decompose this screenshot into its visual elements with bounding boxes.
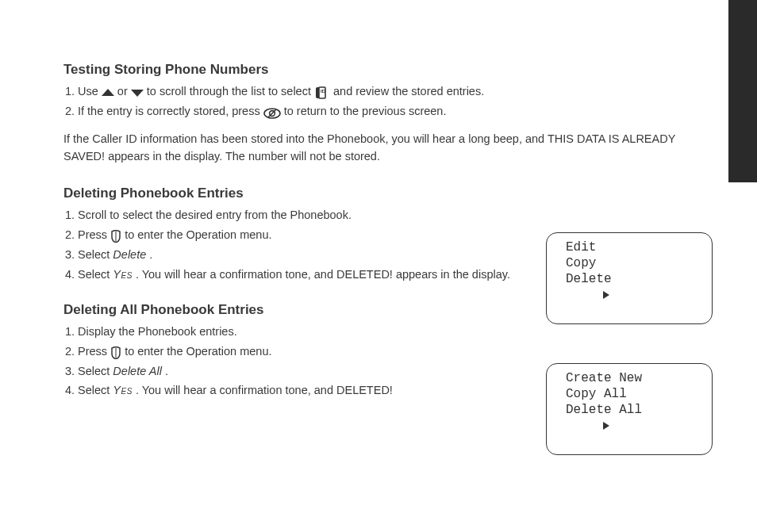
text: Press (78, 345, 110, 358)
text: Select (78, 248, 113, 261)
list-item: If the entry is correctly stored, press … (78, 102, 714, 121)
lcd-line: Create New (566, 370, 642, 386)
lcd-line: Copy All (566, 386, 627, 402)
text: . You will hear a confirmation tone, and… (136, 268, 510, 281)
cursor-right-icon (556, 402, 566, 450)
text: to enter the Operation menu. (125, 345, 271, 358)
svg-marker-1 (131, 90, 144, 97)
text: Select (78, 268, 113, 281)
text: Display the Phonebook entries. (78, 325, 237, 338)
options-icon (110, 227, 121, 244)
options-icon (110, 343, 121, 361)
text: Press (78, 228, 110, 241)
svg-marker-0 (102, 89, 114, 96)
list-item: Use or to scroll through the list to sel… (78, 82, 714, 101)
lcd-line: Delete (566, 271, 612, 319)
option-delete: Delete (113, 248, 146, 261)
svg-text:ID: ID (321, 89, 326, 94)
text: If the entry is correctly stored, press (78, 105, 263, 117)
heading-deleting: Deleting Phonebook Entries (63, 186, 714, 201)
text: . (149, 248, 152, 261)
text: Use (78, 85, 102, 98)
text: to enter the Operation menu. (125, 228, 271, 241)
heading-testing: Testing Storing Phone Numbers (63, 62, 714, 78)
text: Scroll to select the desired entry from … (78, 209, 352, 221)
text: Select (78, 365, 113, 377)
phonebook-icon: ID (314, 83, 330, 101)
text: and review the stored entries. (333, 85, 484, 98)
option-yes: Yes (113, 384, 133, 396)
text: to return to the previous screen. (284, 105, 447, 117)
list-item: Press to enter the Operation menu. (78, 343, 714, 361)
lcd-line: Copy (566, 255, 596, 271)
down-arrow-icon (131, 83, 144, 101)
side-tab (728, 0, 757, 182)
cancel-icon (263, 103, 281, 121)
lcd-line: Delete All (566, 402, 642, 450)
list-testing: Use or to scroll through the list to sel… (63, 82, 714, 121)
up-arrow-icon (102, 83, 114, 101)
text: . (165, 365, 168, 377)
lcd-display-edit-copy-delete: Edit Copy Delete (546, 232, 713, 324)
text: to scroll through the list to select (147, 85, 314, 98)
lcd-line: Edit (566, 239, 596, 255)
text: or (117, 85, 131, 98)
trailer-text: If the Caller ID information has been st… (63, 131, 714, 166)
cursor-right-icon (556, 271, 566, 319)
text: . You will hear a confirmation tone, and… (136, 384, 393, 396)
lcd-display-create-copyall-deleteall: Create New Copy All Delete All (546, 363, 713, 455)
option-yes: Yes (113, 268, 133, 281)
page-content: Testing Storing Phone Numbers Use or to … (63, 48, 714, 403)
list-item: Scroll to select the desired entry from … (78, 206, 714, 224)
option-delete-all: Delete All (113, 365, 162, 377)
text: Select (78, 384, 113, 396)
list-item: Display the Phonebook entries. (78, 323, 714, 340)
